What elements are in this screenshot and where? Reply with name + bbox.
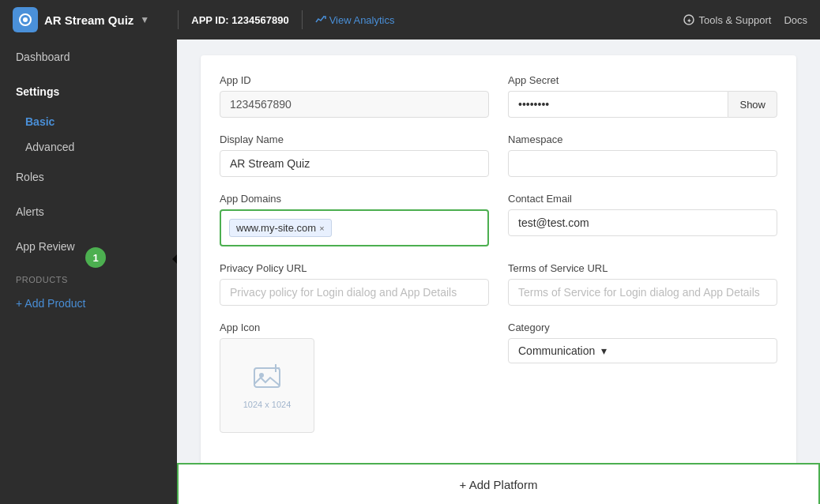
domains-input-area[interactable]: www.my-site.com × bbox=[220, 209, 489, 246]
image-placeholder-icon bbox=[251, 362, 283, 393]
app-icon bbox=[13, 7, 38, 32]
app-icon-size-label: 1024 x 1024 bbox=[243, 400, 292, 409]
display-name-label: Display Name bbox=[220, 134, 489, 145]
contact-email-label: Contact Email bbox=[508, 193, 777, 205]
tos-input[interactable] bbox=[508, 279, 777, 306]
app-icon-upload[interactable]: 1024 x 1024 bbox=[220, 338, 314, 433]
add-platform-button[interactable]: + Add Platform bbox=[177, 463, 820, 504]
dropdown-chevron-icon: ▾ bbox=[601, 344, 607, 357]
row-display-namespace: Display Name Namespace bbox=[220, 134, 777, 177]
contact-email-input[interactable] bbox=[508, 209, 777, 236]
domain-tags: www.my-site.com × bbox=[229, 219, 480, 237]
products-section-label: PRODUCTS bbox=[0, 264, 177, 289]
add-product-link[interactable]: + Add Product bbox=[0, 289, 177, 318]
step-1-badge: 1 bbox=[85, 247, 106, 268]
domain-tag: www.my-site.com × bbox=[229, 219, 332, 237]
namespace-label: Namespace bbox=[508, 134, 777, 145]
navbar: AR Stream Quiz ▼ APP ID: 1234567890 View… bbox=[0, 0, 820, 39]
category-label: Category bbox=[508, 322, 777, 333]
app-id-input[interactable] bbox=[220, 91, 489, 118]
navbar-divider2 bbox=[302, 10, 303, 29]
category-dropdown[interactable]: Communication ▾ bbox=[508, 338, 777, 363]
privacy-policy-input[interactable] bbox=[220, 279, 489, 306]
sidebar-item-alerts[interactable]: Alerts bbox=[0, 194, 177, 229]
group-namespace: Namespace bbox=[508, 134, 777, 177]
group-privacy-policy: Privacy Policy URL bbox=[220, 262, 489, 306]
sidebar-item-roles[interactable]: Roles bbox=[0, 160, 177, 194]
main-layout: Dashboard Settings Basic Advanced Roles … bbox=[0, 39, 820, 504]
remove-domain-button[interactable]: × bbox=[319, 224, 324, 233]
group-app-secret: App Secret Show bbox=[508, 74, 777, 118]
group-app-icon: App Icon 1024 x 1024 bbox=[220, 322, 489, 433]
sidebar-item-settings[interactable]: Settings bbox=[0, 74, 177, 109]
view-analytics-link[interactable]: View Analytics bbox=[315, 14, 395, 26]
sidebar-item-basic[interactable]: Basic bbox=[0, 109, 177, 134]
app-id-label: App ID bbox=[220, 74, 489, 86]
settings-form-card: App ID App Secret Show Display Name bbox=[201, 55, 796, 468]
navbar-divider bbox=[178, 10, 179, 29]
app-icon-label: App Icon bbox=[220, 322, 489, 333]
app-secret-input[interactable] bbox=[508, 91, 728, 118]
docs-link[interactable]: Docs bbox=[784, 14, 807, 26]
row-icon-category: App Icon 1024 x 1024 Category bbox=[220, 322, 777, 433]
content-area: App ID App Secret Show Display Name bbox=[177, 39, 820, 504]
group-contact-email: Contact Email bbox=[508, 193, 777, 246]
app-brand[interactable]: AR Stream Quiz ▼ bbox=[13, 7, 149, 32]
svg-point-1 bbox=[23, 17, 28, 22]
row-app-id-secret: App ID App Secret Show bbox=[220, 74, 777, 118]
svg-text:✦: ✦ bbox=[686, 17, 691, 24]
group-tos: Terms of Service URL bbox=[508, 262, 777, 306]
dropdown-arrow-icon[interactable]: ▼ bbox=[140, 14, 149, 25]
tools-icon: ✦ bbox=[683, 14, 694, 25]
privacy-policy-label: Privacy Policy URL bbox=[220, 262, 489, 274]
app-id-display: APP ID: 1234567890 bbox=[191, 14, 288, 26]
namespace-input[interactable] bbox=[508, 150, 777, 177]
group-app-domains: App Domains www.my-site.com × bbox=[220, 193, 489, 246]
sidebar-item-advanced[interactable]: Advanced bbox=[0, 134, 177, 160]
app-secret-label: App Secret bbox=[508, 74, 777, 86]
group-category: Category Communication ▾ bbox=[508, 322, 777, 433]
navbar-tools: ✦ Tools & Support Docs bbox=[683, 14, 807, 26]
app-domains-label: App Domains bbox=[220, 193, 489, 205]
row-policy-tos: Privacy Policy URL Terms of Service URL bbox=[220, 262, 777, 306]
svg-point-5 bbox=[259, 373, 264, 378]
sidebar: Dashboard Settings Basic Advanced Roles … bbox=[0, 39, 177, 504]
tos-label: Terms of Service URL bbox=[508, 262, 777, 274]
analytics-icon bbox=[315, 14, 326, 25]
secret-row: Show bbox=[508, 91, 777, 118]
category-value: Communication bbox=[518, 344, 595, 357]
group-display-name: Display Name bbox=[220, 134, 489, 177]
app-name: AR Stream Quiz bbox=[44, 13, 134, 27]
tools-support-link[interactable]: ✦ Tools & Support bbox=[683, 14, 772, 26]
sidebar-item-dashboard[interactable]: Dashboard bbox=[0, 39, 177, 74]
group-app-id: App ID bbox=[220, 74, 489, 118]
row-domains-email: App Domains www.my-site.com × Contact Em… bbox=[220, 193, 777, 246]
show-secret-button[interactable]: Show bbox=[728, 91, 777, 118]
display-name-input[interactable] bbox=[220, 150, 489, 177]
